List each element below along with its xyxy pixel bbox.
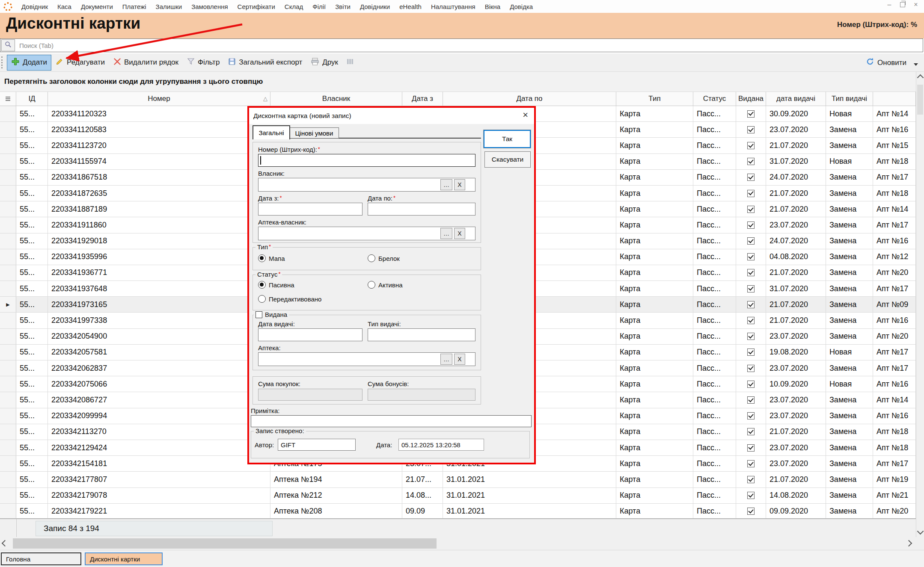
cell-issued [736, 488, 766, 503]
radio-mapa[interactable]: Мапа [258, 254, 285, 262]
cell-number: 2203342062837 [48, 360, 270, 376]
menu-item[interactable]: Налаштування [426, 3, 480, 10]
cell-issue-type: Замена [826, 456, 873, 471]
radio-brelok[interactable]: Брелок [368, 254, 400, 262]
number-input[interactable] [258, 154, 475, 167]
table-row[interactable]: 55...2203342177807Аптека №19421.07...31.… [0, 472, 916, 487]
issued-checkbox [747, 237, 755, 245]
menu-item[interactable]: Сертифікати [233, 3, 280, 10]
scroll-right-icon[interactable] [906, 540, 912, 547]
cell-issue-date: 24.07.2020 [766, 170, 826, 185]
vertical-scrollbar-thumb[interactable] [917, 85, 923, 115]
cancel-button[interactable]: Скасувати [484, 151, 531, 168]
cell-issued [736, 297, 766, 312]
cell-pharmacy: Апт №18 [873, 154, 916, 169]
date-to-combo[interactable] [368, 203, 475, 216]
header-issue-type[interactable]: Тип видачі [826, 92, 873, 106]
header-date-to[interactable]: Дата по [443, 92, 616, 106]
table-row[interactable]: 55...2203342179221Аптека №20809.0931.01.… [0, 504, 916, 518]
columns-button[interactable] [342, 56, 358, 70]
cell-issue-type: Замена [826, 122, 873, 137]
issued-checkbox-row[interactable]: Видана [254, 311, 289, 318]
header-issue-date[interactable]: дата видачі [766, 92, 826, 106]
dialog-close-icon[interactable]: × [523, 110, 528, 120]
cell-issue-date: 23.07.2020 [766, 440, 826, 455]
owner-lookup-button[interactable]: … [440, 179, 452, 190]
menu-item[interactable]: Філії [308, 3, 330, 10]
row-marker [0, 313, 16, 328]
refresh-dropdown-caret[interactable] [914, 63, 918, 66]
horizontal-scrollbar[interactable] [0, 537, 924, 550]
header-number[interactable]: Номер△ [48, 92, 270, 106]
date-from-combo[interactable] [258, 203, 362, 216]
close-button[interactable]: × [912, 1, 920, 9]
refresh-button[interactable]: Оновити [862, 55, 911, 71]
header-owner[interactable]: Власник [270, 92, 402, 106]
scroll-up-icon[interactable] [917, 74, 924, 81]
date-to-label: Дата по:* [368, 195, 395, 202]
header-issued[interactable]: Видана [736, 92, 766, 106]
menu-item[interactable]: Звіти [330, 3, 355, 10]
cell-id: 55... [16, 170, 48, 185]
pharmacy-owner-clear-button[interactable]: X [454, 228, 465, 239]
tab-dyskontni-kartky[interactable]: Дисконтні картки [85, 552, 163, 565]
radio-peredaktyvovano[interactable]: Передактивовано [258, 295, 321, 303]
cell-issued [736, 392, 766, 408]
cell-date-to: 31.01.2021 [443, 472, 616, 487]
cell-pharmacy: Апт №17 [873, 170, 916, 185]
cell-type: Карта [616, 186, 693, 201]
pharmacy-lookup-button[interactable]: … [440, 354, 452, 365]
issue-type-combo[interactable] [368, 328, 475, 341]
cell-issued [736, 281, 766, 296]
search-button[interactable] [1, 39, 15, 51]
cell-id: 55... [16, 440, 48, 455]
menu-item[interactable]: Платежі [118, 3, 151, 10]
header-issue-pharmacy[interactable] [873, 92, 916, 106]
add-button[interactable]: Додати [7, 55, 51, 71]
owner-clear-button[interactable]: X [454, 179, 465, 190]
radio-aktyvna[interactable]: Активна [368, 281, 403, 289]
dialog-tab-zahalni[interactable]: Загальні [253, 125, 290, 139]
row-marker [0, 424, 16, 440]
minimize-button[interactable]: – [885, 1, 893, 9]
pharmacy-clear-button[interactable]: X [454, 354, 465, 365]
menu-item[interactable]: Вікна [480, 3, 505, 10]
toolbar-grip[interactable] [1, 56, 4, 68]
cell-date-to: 31.01.2021 [443, 504, 616, 518]
vertical-scrollbar[interactable] [916, 72, 924, 537]
menu-item[interactable]: Залишки [151, 3, 187, 10]
issue-date-combo[interactable] [258, 328, 362, 341]
print-button[interactable]: Друк [306, 55, 342, 70]
table-row[interactable]: 55...2203342179078Аптека №21214.08...31.… [0, 488, 916, 504]
search-input[interactable] [18, 41, 790, 50]
header-id[interactable]: ІД [16, 92, 48, 106]
scroll-left-icon[interactable] [2, 540, 9, 547]
dialog-tab-tsinovi-umovy[interactable]: Цінові умови [289, 127, 339, 138]
delete-row-button[interactable]: Видалити рядок [109, 55, 183, 70]
note-input[interactable] [251, 415, 532, 427]
menu-item[interactable]: Довідка [505, 3, 538, 10]
header-status[interactable]: Статус [693, 92, 736, 106]
restore-button[interactable] [900, 2, 905, 7]
cell-type: Карта [616, 154, 693, 169]
horizontal-scrollbar-thumb[interactable] [13, 538, 437, 549]
header-type[interactable]: Тип [616, 92, 693, 106]
export-button[interactable]: Загальний експорт [224, 55, 306, 70]
header-date-from[interactable]: Дата з [402, 92, 443, 106]
main-fields-group: Номер (Штрих-код):* Власник: … X Дата з:… [253, 142, 481, 243]
edit-button[interactable]: Редагувати [51, 55, 109, 70]
menu-item[interactable]: Документи [76, 3, 118, 10]
menu-item[interactable]: Каса [53, 3, 76, 10]
menu-item[interactable]: Довідник [17, 3, 53, 10]
menu-item[interactable]: Склад [280, 3, 308, 10]
tab-holovna[interactable]: Головна [1, 552, 81, 565]
ok-button[interactable]: Так [484, 130, 531, 148]
menu-item[interactable]: eHealth [395, 3, 426, 10]
pharmacy-owner-lookup-button[interactable]: … [440, 228, 452, 239]
scroll-down-icon[interactable] [917, 528, 924, 535]
filter-button[interactable]: Фільтр [183, 55, 224, 70]
issued-checkbox[interactable] [256, 311, 262, 318]
radio-pasyvna[interactable]: Пасивна [258, 281, 294, 289]
menu-item[interactable]: Замовлення [187, 3, 232, 10]
menu-item[interactable]: Довідники [355, 3, 395, 10]
